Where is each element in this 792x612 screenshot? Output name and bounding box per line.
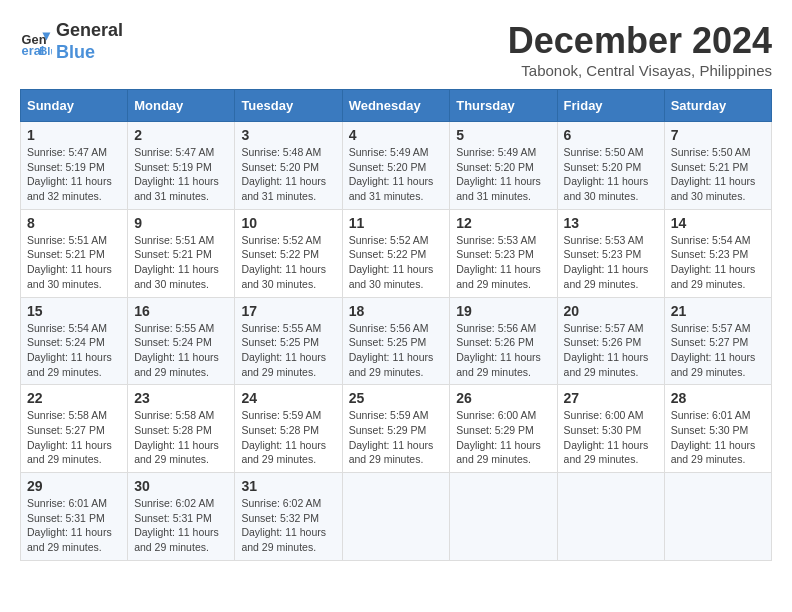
calendar-cell: 20Sunrise: 5:57 AMSunset: 5:26 PMDayligh… bbox=[557, 297, 664, 385]
day-of-week-header: Monday bbox=[128, 90, 235, 122]
day-info: Sunrise: 6:02 AMSunset: 5:32 PMDaylight:… bbox=[241, 496, 335, 555]
day-info: Sunrise: 5:53 AMSunset: 5:23 PMDaylight:… bbox=[456, 233, 550, 292]
header: Gen eral Blue General Blue December 2024… bbox=[20, 20, 772, 79]
day-number: 30 bbox=[134, 478, 228, 494]
day-number: 2 bbox=[134, 127, 228, 143]
day-number: 15 bbox=[27, 303, 121, 319]
calendar-cell: 9Sunrise: 5:51 AMSunset: 5:21 PMDaylight… bbox=[128, 209, 235, 297]
calendar-cell: 26Sunrise: 6:00 AMSunset: 5:29 PMDayligh… bbox=[450, 385, 557, 473]
day-info: Sunrise: 5:59 AMSunset: 5:29 PMDaylight:… bbox=[349, 408, 444, 467]
day-info: Sunrise: 6:00 AMSunset: 5:30 PMDaylight:… bbox=[564, 408, 658, 467]
calendar-header-row: SundayMondayTuesdayWednesdayThursdayFrid… bbox=[21, 90, 772, 122]
calendar-cell: 3Sunrise: 5:48 AMSunset: 5:20 PMDaylight… bbox=[235, 122, 342, 210]
day-number: 21 bbox=[671, 303, 765, 319]
day-number: 27 bbox=[564, 390, 658, 406]
calendar-week-row: 29Sunrise: 6:01 AMSunset: 5:31 PMDayligh… bbox=[21, 473, 772, 561]
day-of-week-header: Wednesday bbox=[342, 90, 450, 122]
calendar-cell: 19Sunrise: 5:56 AMSunset: 5:26 PMDayligh… bbox=[450, 297, 557, 385]
day-info: Sunrise: 5:55 AMSunset: 5:24 PMDaylight:… bbox=[134, 321, 228, 380]
day-number: 26 bbox=[456, 390, 550, 406]
calendar-cell: 14Sunrise: 5:54 AMSunset: 5:23 PMDayligh… bbox=[664, 209, 771, 297]
calendar-cell: 28Sunrise: 6:01 AMSunset: 5:30 PMDayligh… bbox=[664, 385, 771, 473]
calendar-week-row: 15Sunrise: 5:54 AMSunset: 5:24 PMDayligh… bbox=[21, 297, 772, 385]
calendar-cell: 11Sunrise: 5:52 AMSunset: 5:22 PMDayligh… bbox=[342, 209, 450, 297]
day-info: Sunrise: 5:49 AMSunset: 5:20 PMDaylight:… bbox=[456, 145, 550, 204]
day-info: Sunrise: 5:54 AMSunset: 5:23 PMDaylight:… bbox=[671, 233, 765, 292]
calendar-cell: 15Sunrise: 5:54 AMSunset: 5:24 PMDayligh… bbox=[21, 297, 128, 385]
day-info: Sunrise: 5:47 AMSunset: 5:19 PMDaylight:… bbox=[27, 145, 121, 204]
day-info: Sunrise: 6:01 AMSunset: 5:30 PMDaylight:… bbox=[671, 408, 765, 467]
calendar-week-row: 8Sunrise: 5:51 AMSunset: 5:21 PMDaylight… bbox=[21, 209, 772, 297]
calendar-cell: 24Sunrise: 5:59 AMSunset: 5:28 PMDayligh… bbox=[235, 385, 342, 473]
calendar-cell: 18Sunrise: 5:56 AMSunset: 5:25 PMDayligh… bbox=[342, 297, 450, 385]
day-number: 19 bbox=[456, 303, 550, 319]
calendar-cell: 17Sunrise: 5:55 AMSunset: 5:25 PMDayligh… bbox=[235, 297, 342, 385]
calendar-cell bbox=[342, 473, 450, 561]
day-info: Sunrise: 6:00 AMSunset: 5:29 PMDaylight:… bbox=[456, 408, 550, 467]
day-info: Sunrise: 6:02 AMSunset: 5:31 PMDaylight:… bbox=[134, 496, 228, 555]
day-number: 29 bbox=[27, 478, 121, 494]
day-of-week-header: Sunday bbox=[21, 90, 128, 122]
day-of-week-header: Friday bbox=[557, 90, 664, 122]
day-info: Sunrise: 6:01 AMSunset: 5:31 PMDaylight:… bbox=[27, 496, 121, 555]
calendar-cell: 7Sunrise: 5:50 AMSunset: 5:21 PMDaylight… bbox=[664, 122, 771, 210]
day-number: 14 bbox=[671, 215, 765, 231]
svg-text:Blue: Blue bbox=[39, 44, 52, 56]
day-info: Sunrise: 5:51 AMSunset: 5:21 PMDaylight:… bbox=[27, 233, 121, 292]
page-title: December 2024 bbox=[508, 20, 772, 62]
day-number: 7 bbox=[671, 127, 765, 143]
calendar-cell: 10Sunrise: 5:52 AMSunset: 5:22 PMDayligh… bbox=[235, 209, 342, 297]
logo: Gen eral Blue General Blue bbox=[20, 20, 123, 63]
day-number: 8 bbox=[27, 215, 121, 231]
calendar-cell: 1Sunrise: 5:47 AMSunset: 5:19 PMDaylight… bbox=[21, 122, 128, 210]
day-number: 23 bbox=[134, 390, 228, 406]
day-info: Sunrise: 5:52 AMSunset: 5:22 PMDaylight:… bbox=[349, 233, 444, 292]
day-info: Sunrise: 5:57 AMSunset: 5:27 PMDaylight:… bbox=[671, 321, 765, 380]
day-number: 31 bbox=[241, 478, 335, 494]
day-number: 20 bbox=[564, 303, 658, 319]
day-number: 22 bbox=[27, 390, 121, 406]
day-info: Sunrise: 5:54 AMSunset: 5:24 PMDaylight:… bbox=[27, 321, 121, 380]
logo-line2: Blue bbox=[56, 42, 123, 64]
calendar-cell: 23Sunrise: 5:58 AMSunset: 5:28 PMDayligh… bbox=[128, 385, 235, 473]
calendar-cell: 13Sunrise: 5:53 AMSunset: 5:23 PMDayligh… bbox=[557, 209, 664, 297]
day-info: Sunrise: 5:59 AMSunset: 5:28 PMDaylight:… bbox=[241, 408, 335, 467]
day-number: 6 bbox=[564, 127, 658, 143]
title-area: December 2024 Tabonok, Central Visayas, … bbox=[508, 20, 772, 79]
day-info: Sunrise: 5:58 AMSunset: 5:27 PMDaylight:… bbox=[27, 408, 121, 467]
day-number: 24 bbox=[241, 390, 335, 406]
calendar-week-row: 1Sunrise: 5:47 AMSunset: 5:19 PMDaylight… bbox=[21, 122, 772, 210]
day-info: Sunrise: 5:55 AMSunset: 5:25 PMDaylight:… bbox=[241, 321, 335, 380]
day-info: Sunrise: 5:56 AMSunset: 5:25 PMDaylight:… bbox=[349, 321, 444, 380]
calendar-cell: 16Sunrise: 5:55 AMSunset: 5:24 PMDayligh… bbox=[128, 297, 235, 385]
day-number: 25 bbox=[349, 390, 444, 406]
calendar-cell: 6Sunrise: 5:50 AMSunset: 5:20 PMDaylight… bbox=[557, 122, 664, 210]
calendar-cell: 25Sunrise: 5:59 AMSunset: 5:29 PMDayligh… bbox=[342, 385, 450, 473]
day-info: Sunrise: 5:56 AMSunset: 5:26 PMDaylight:… bbox=[456, 321, 550, 380]
calendar-cell: 31Sunrise: 6:02 AMSunset: 5:32 PMDayligh… bbox=[235, 473, 342, 561]
day-info: Sunrise: 5:47 AMSunset: 5:19 PMDaylight:… bbox=[134, 145, 228, 204]
day-number: 3 bbox=[241, 127, 335, 143]
day-info: Sunrise: 5:58 AMSunset: 5:28 PMDaylight:… bbox=[134, 408, 228, 467]
calendar-cell: 12Sunrise: 5:53 AMSunset: 5:23 PMDayligh… bbox=[450, 209, 557, 297]
calendar-cell bbox=[450, 473, 557, 561]
day-number: 10 bbox=[241, 215, 335, 231]
calendar-cell bbox=[664, 473, 771, 561]
calendar-table: SundayMondayTuesdayWednesdayThursdayFrid… bbox=[20, 89, 772, 561]
day-number: 28 bbox=[671, 390, 765, 406]
day-of-week-header: Thursday bbox=[450, 90, 557, 122]
calendar-cell: 29Sunrise: 6:01 AMSunset: 5:31 PMDayligh… bbox=[21, 473, 128, 561]
day-info: Sunrise: 5:50 AMSunset: 5:20 PMDaylight:… bbox=[564, 145, 658, 204]
calendar-cell: 8Sunrise: 5:51 AMSunset: 5:21 PMDaylight… bbox=[21, 209, 128, 297]
calendar-cell: 5Sunrise: 5:49 AMSunset: 5:20 PMDaylight… bbox=[450, 122, 557, 210]
day-info: Sunrise: 5:52 AMSunset: 5:22 PMDaylight:… bbox=[241, 233, 335, 292]
day-number: 5 bbox=[456, 127, 550, 143]
day-number: 13 bbox=[564, 215, 658, 231]
calendar-week-row: 22Sunrise: 5:58 AMSunset: 5:27 PMDayligh… bbox=[21, 385, 772, 473]
logo-icon: Gen eral Blue bbox=[20, 26, 52, 58]
day-number: 18 bbox=[349, 303, 444, 319]
logo-line1: General bbox=[56, 20, 123, 42]
day-info: Sunrise: 5:53 AMSunset: 5:23 PMDaylight:… bbox=[564, 233, 658, 292]
day-info: Sunrise: 5:50 AMSunset: 5:21 PMDaylight:… bbox=[671, 145, 765, 204]
day-number: 4 bbox=[349, 127, 444, 143]
